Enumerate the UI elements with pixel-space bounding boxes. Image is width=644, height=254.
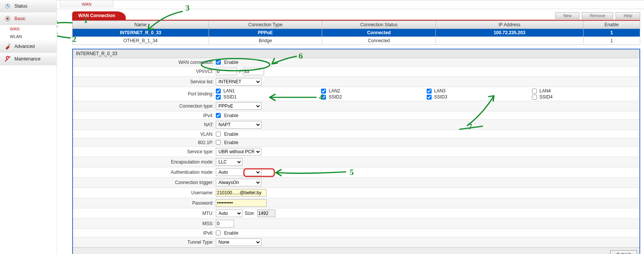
lbl-trigger: Connection trigger: xyxy=(75,180,216,185)
lbl-mss: MSS: xyxy=(75,221,216,226)
nav-status-label: Status xyxy=(14,3,27,9)
encap-select[interactable]: LLC xyxy=(216,158,242,166)
th-ctype[interactable]: Connection Type xyxy=(209,21,322,29)
tools-icon xyxy=(4,43,11,50)
panel-title: INTERNET_R_0_33 xyxy=(73,49,639,58)
vci-input[interactable] xyxy=(243,68,264,75)
section-title: WAN Connection xyxy=(72,11,126,20)
chk-vlan[interactable] xyxy=(216,132,221,137)
main: WAN Connection New Remove Help Name Conn… xyxy=(72,11,640,254)
lbl-ipv6: IPv6: xyxy=(75,230,216,236)
lbl-username: Username: xyxy=(75,190,216,195)
header-buttons: New Remove Help xyxy=(555,12,640,20)
config-panel: INTERNET_R_0_33 WAN connection: Enable V… xyxy=(72,49,640,254)
tunnel-select[interactable]: None xyxy=(216,238,261,246)
svg-point-2 xyxy=(7,18,9,20)
nav-basic[interactable]: Basic xyxy=(0,13,57,25)
lbl-mtu: MTU: xyxy=(75,211,216,216)
port-binding-lan2: LAN2 xyxy=(321,88,426,94)
th-enable[interactable]: Enable xyxy=(583,21,640,29)
svg-point-3 xyxy=(8,44,10,46)
nav-wlan[interactable]: WLAN xyxy=(0,33,57,40)
new-button[interactable]: New xyxy=(555,12,579,19)
connection-type-select[interactable]: PPPoE xyxy=(216,102,261,110)
th-cstatus[interactable]: Connection Status xyxy=(322,21,436,29)
nav-maintenance[interactable]: Maintenance xyxy=(0,53,57,65)
chk-lan1[interactable] xyxy=(216,89,221,94)
nav-advanced-label: Advanced xyxy=(14,44,35,49)
chk-wan-enable[interactable] xyxy=(216,60,221,65)
table-row[interactable]: INTERNET_R_0_33 PPPoE Connected 100.72.2… xyxy=(73,29,640,37)
top-strip-tab[interactable]: WAN xyxy=(60,0,113,8)
port-binding-lan3: LAN3 xyxy=(427,88,532,94)
chk-ipv4[interactable] xyxy=(216,113,221,118)
nav-wan[interactable]: WAN xyxy=(0,25,57,33)
nav-basic-label: Basic xyxy=(14,16,25,21)
mtu-size-input xyxy=(257,210,275,217)
help-button[interactable]: Help xyxy=(616,12,640,19)
username-input[interactable] xyxy=(216,189,267,197)
lbl-wan-connection: WAN connection: xyxy=(75,60,216,65)
top-strip: WAN xyxy=(57,0,644,9)
table-row[interactable]: OTHER_B_1_34 Bridge Connected 1 xyxy=(73,37,640,45)
wan-table: Name Connection Type Connection Status I… xyxy=(72,21,640,45)
auth-select[interactable]: Auto xyxy=(216,168,261,176)
port-binding-ssid4: SSID4 xyxy=(532,94,637,100)
chk-lan2[interactable] xyxy=(321,89,326,94)
lbl-password: Password: xyxy=(75,200,216,206)
lbl-nat: NAT: xyxy=(75,122,216,127)
port-binding-ssid3: SSID3 xyxy=(427,94,532,100)
remove-button[interactable]: Remove xyxy=(582,12,613,19)
chk-8021p[interactable] xyxy=(216,140,221,145)
sidebar: Status Basic WAN WLAN Advanced Maintenan… xyxy=(0,0,57,254)
lbl-port-binding: Port binding: xyxy=(75,91,216,97)
lbl-conn-type: Connection type: xyxy=(75,103,216,109)
chk-lan3[interactable] xyxy=(427,89,432,94)
port-binding-ssid2: SSID2 xyxy=(321,94,426,100)
lbl-8021p: 802.1P: xyxy=(75,140,216,145)
lbl-vlan: VLAN: xyxy=(75,132,216,137)
lbl-service-type: Service type: xyxy=(75,149,216,154)
nav-status[interactable]: Status xyxy=(0,0,57,13)
lbl-encap: Encapsulation mode: xyxy=(75,159,216,165)
mtu-mode-select[interactable]: Auto xyxy=(216,210,242,217)
nat-select[interactable]: NAPT xyxy=(216,121,261,129)
nav-advanced[interactable]: Advanced xyxy=(0,40,57,53)
submit-button[interactable]: Submit xyxy=(610,250,637,254)
wrench-icon xyxy=(4,55,11,63)
chk-ipv6[interactable] xyxy=(216,230,221,235)
lbl-auth: Authentication mode: xyxy=(75,170,216,175)
th-name[interactable]: Name xyxy=(73,21,209,29)
trigger-select[interactable]: AlwaysOn xyxy=(216,179,261,186)
th-ip[interactable]: IP Address xyxy=(436,21,583,29)
chk-ssid2[interactable] xyxy=(321,95,326,100)
chk-ssid4[interactable] xyxy=(532,95,537,100)
lbl-ipv4: IPv4: xyxy=(75,113,216,118)
nav-maintenance-label: Maintenance xyxy=(14,56,41,62)
service-list-select[interactable]: INTERNET xyxy=(216,78,261,86)
chk-ssid3[interactable] xyxy=(427,95,432,100)
port-binding-ssid1: SSID1 xyxy=(216,94,321,100)
port-binding-lan4: LAN4 xyxy=(532,88,637,94)
chk-ssid1[interactable] xyxy=(216,95,221,100)
lbl-tunnel: Tunnel Type: xyxy=(75,240,216,245)
lbl-service-list: Service list: xyxy=(75,79,216,84)
mss-input[interactable] xyxy=(216,220,234,227)
port-binding-grid: LAN1LAN2LAN3LAN4SSID1SSID2SSID3SSID4 xyxy=(216,88,637,100)
vpi-input[interactable] xyxy=(216,68,237,75)
gear-icon xyxy=(4,15,11,22)
port-binding-lan1: LAN1 xyxy=(216,88,321,94)
service-type-select[interactable]: UBR without PCR xyxy=(216,148,261,156)
chk-lan4[interactable] xyxy=(532,89,537,94)
lbl-vpi-vci: VPI/VCI: xyxy=(75,69,216,74)
password-input[interactable] xyxy=(216,199,267,207)
status-icon xyxy=(4,2,11,10)
